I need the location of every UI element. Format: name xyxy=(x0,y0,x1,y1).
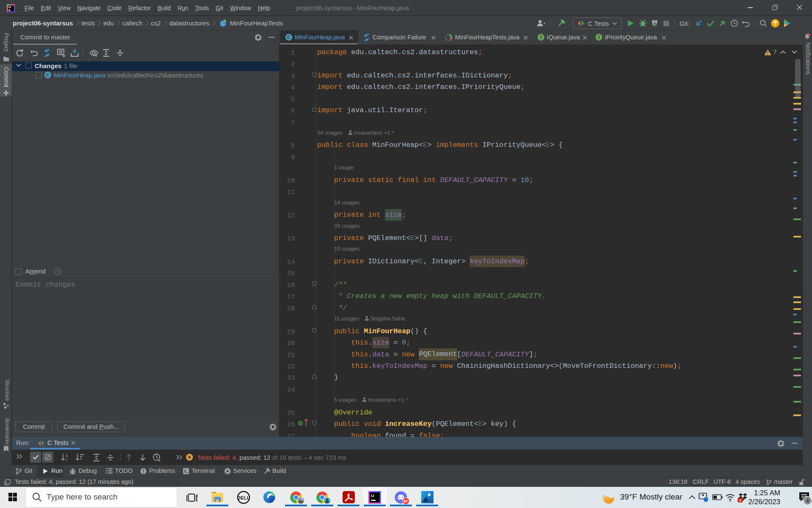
svg-text:a: a xyxy=(66,453,68,458)
svg-text:9+: 9+ xyxy=(403,499,408,503)
svg-text:4: 4 xyxy=(806,498,809,504)
svg-text:3: 3 xyxy=(739,498,741,502)
svg-text:DELL: DELL xyxy=(237,495,250,500)
svg-text:z: z xyxy=(66,458,68,461)
svg-text:IJ: IJ xyxy=(371,494,374,498)
